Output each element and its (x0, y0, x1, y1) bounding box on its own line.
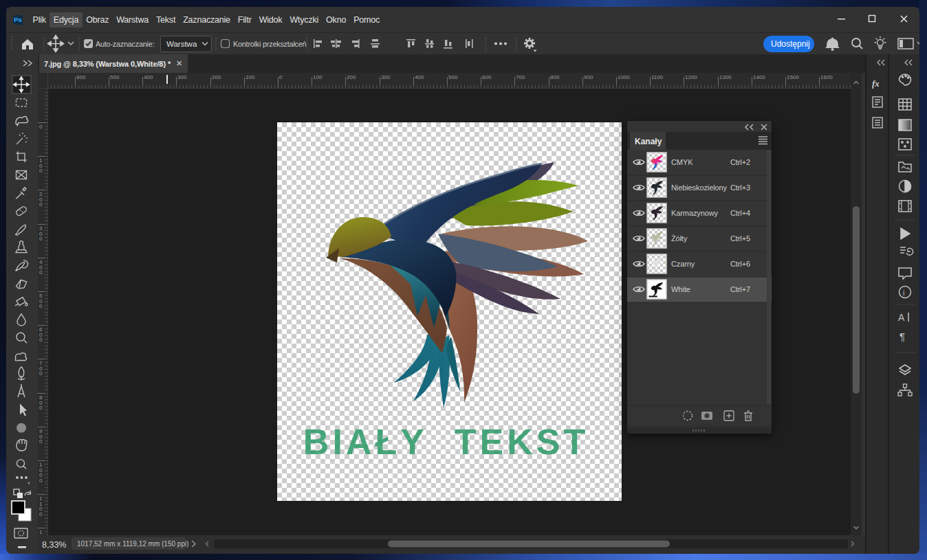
svg-text:CMYK: CMYK (671, 158, 693, 166)
svg-text:Warstwa: Warstwa (166, 40, 197, 48)
svg-text:Czarny: Czarny (671, 260, 695, 268)
svg-text:Ctrl+4: Ctrl+4 (730, 209, 750, 217)
svg-text:White: White (671, 285, 690, 293)
svg-text:¶: ¶ (899, 331, 905, 342)
svg-text:Kanały: Kanały (635, 137, 662, 146)
svg-text:Ctrl+7: Ctrl+7 (730, 285, 750, 293)
svg-text:Auto-zaznaczanie:: Auto-zaznaczanie: (96, 40, 155, 48)
svg-text:fx: fx (872, 78, 880, 89)
svg-text:A: A (898, 312, 905, 323)
svg-text:1017,52 mm x 1119,12 mm (150 p: 1017,52 mm x 1119,12 mm (150 ppi) (77, 540, 189, 548)
svg-text:Niebieskozielony: Niebieskozielony (671, 183, 728, 192)
svg-text:i: i (903, 289, 904, 297)
svg-text:Ctrl+2: Ctrl+2 (730, 158, 750, 166)
svg-text:Karmazynowy: Karmazynowy (671, 209, 719, 217)
svg-text:Ctrl+6: Ctrl+6 (730, 260, 750, 268)
svg-text:Żółty: Żółty (671, 234, 688, 243)
svg-text:Udostępnij: Udostępnij (771, 39, 810, 49)
svg-text:Ctrl+5: Ctrl+5 (730, 234, 750, 243)
svg-text:8,33%: 8,33% (42, 540, 66, 550)
svg-text:Ctrl+3: Ctrl+3 (730, 183, 750, 192)
svg-text:Kontrolki przekształceń: Kontrolki przekształceń (233, 40, 307, 48)
